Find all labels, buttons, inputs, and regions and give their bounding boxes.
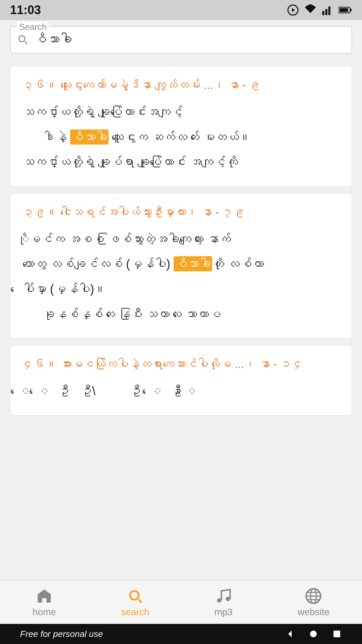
music-icon — [215, 587, 232, 605]
nav-search-label: search — [121, 607, 149, 618]
search-box[interactable]: Search ဝိသာခါ — [10, 26, 352, 53]
search-nav-icon — [126, 587, 144, 605]
card-2-line-1: ိုမင်က အစစ ဖြစ်သွားတဲ့အခါကျတော့ နောက် — [22, 228, 340, 251]
nav-website[interactable]: website — [298, 587, 329, 618]
globe-icon — [305, 587, 322, 605]
search-container: Search ဝိသာခါ — [0, 20, 362, 59]
highlight-1: ဝိသာခါ — [70, 129, 109, 145]
svg-marker-16 — [288, 631, 292, 637]
svg-rect-2 — [322, 11, 324, 15]
result-card-1: ၃၆။ သူငွေးကတော်မမွဲ့ဒိနာ ကျွတ်တမ်း ...၊ … — [10, 66, 352, 186]
search-label: Search — [17, 22, 49, 32]
svg-point-9 — [217, 598, 221, 602]
recent-button[interactable] — [332, 629, 342, 639]
svg-point-10 — [226, 597, 230, 601]
card-3-title: ၄၆။ အားမငယ်ကြပါနဲ့တရားကဆောင်ပါလိုမ ...၊ … — [22, 356, 340, 373]
search-input[interactable]: ဝိသာခါ — [34, 33, 72, 47]
result-card-3-partial: ၄၆။ အားမငယ်ကြပါနဲ့တရားကဆောင်ပါလိုမ ...၊ … — [10, 345, 352, 416]
card-2-line-3: ပေါ်မှာ (မှန်ပါ)။ — [22, 278, 340, 301]
card-3-line-1: ေ ေ ဦ ဦ\ ဦ ေ ဦ ေ — [22, 380, 340, 402]
card-1-line-2: ဒါနဲ့ ဝိသာခါ သူငွေးက ဆက်လက် မေးတယ်။ — [22, 126, 340, 149]
battery-icon — [339, 4, 352, 16]
status-time: 11:03 — [10, 3, 41, 17]
svg-rect-18 — [334, 631, 340, 637]
card-1-line-3: သင်္ကာယတိုု့ရဲ့ ချုပ်ရာ ချုပ်ကြောင်း အကျ… — [22, 151, 340, 173]
wifi-icon — [304, 4, 317, 16]
card-2-body: ိုမင်က အစစ ဖြစ်သွားတဲ့အခါကျတော့ နောက် ဟာ… — [22, 228, 340, 325]
back-button[interactable] — [285, 629, 295, 639]
svg-rect-7 — [350, 9, 351, 12]
svg-rect-3 — [325, 9, 327, 15]
svg-rect-5 — [331, 4, 334, 15]
bottom-bar: Free for personal use — [0, 624, 362, 644]
card-2-title: ၃၉။ ငါသေရင်အပါယ်သွားဦးမှာလား၊ နာ - ၇၉ — [22, 204, 340, 221]
highlight-2: ဝိသာခါ — [174, 256, 212, 271]
svg-marker-1 — [292, 8, 295, 12]
nav-home-label: home — [33, 607, 56, 618]
status-bar: 11:03 — [0, 0, 362, 20]
card-2-line-2: ဟာတွေ လစ်ချင်လစ် (မှန်ပါ) ဝိသာခါတိုု လစ်… — [22, 253, 340, 275]
nav-mp3[interactable]: mp3 — [214, 587, 232, 618]
nav-home[interactable]: home — [33, 587, 56, 618]
bottom-bar-text: Free for personal use — [20, 629, 103, 639]
result-card-2: ၃၉။ ငါသေရင်အပါယ်သွားဦးမှာလား၊ နာ - ၇၉ ို… — [10, 193, 352, 338]
signal-icon — [322, 4, 334, 16]
home-icon — [36, 587, 53, 605]
status-icons — [287, 4, 352, 16]
svg-rect-4 — [328, 7, 330, 15]
home-button[interactable] — [308, 629, 318, 639]
card-1-title: ၃၆။ သူငွေးကတော်မမွဲ့ဒိနာ ကျွတ်တမ်း ...၊ … — [22, 76, 340, 94]
search-icon — [16, 33, 28, 47]
bottom-nav: home search mp3 website — [0, 580, 362, 624]
svg-point-17 — [310, 631, 317, 637]
card-2-line-4: ခုနစ်နှစ်က နေပြီး သကာလ သောတာပ — [22, 303, 340, 326]
nav-mp3-label: mp3 — [214, 607, 232, 618]
nav-website-label: website — [298, 607, 329, 618]
card-3-body: ေ ေ ဦ ဦ\ ဦ ေ ဦ ေ — [22, 380, 340, 402]
svg-rect-8 — [340, 8, 348, 12]
card-1-line-1: သင်္ကာယတိုု့ရဲ့ ချုပ်ကြောင်းအကျင့် — [22, 101, 340, 123]
nav-search[interactable]: search — [121, 587, 149, 618]
card-1-body: သင်္ကာယတိုု့ရဲ့ ချုပ်ကြောင်းအကျင့် ဒါနဲ့… — [22, 101, 340, 173]
play-icon — [287, 4, 299, 16]
bottom-bar-controls — [285, 629, 342, 639]
